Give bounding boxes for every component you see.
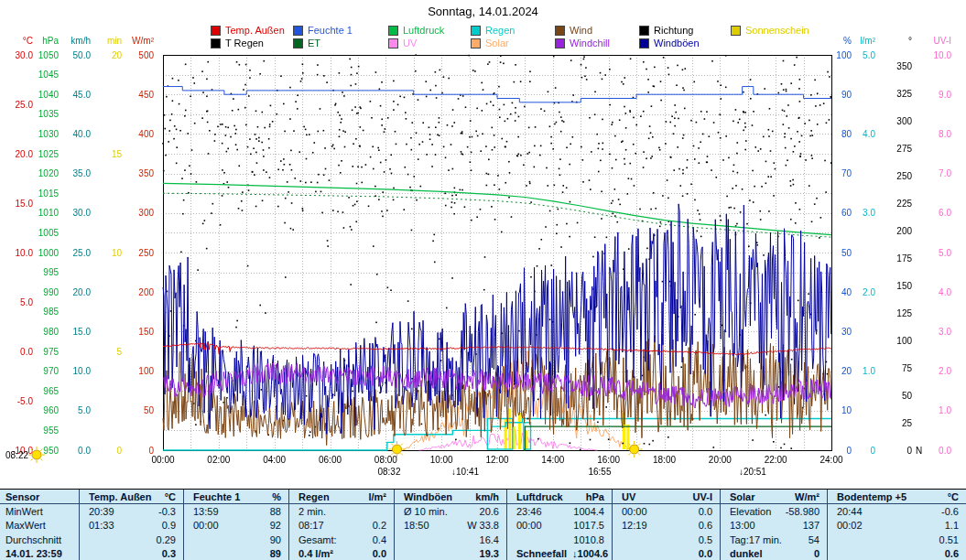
table-cell-uv: 12:190.6 [612,519,720,533]
cell-value: 0.6 [699,520,712,531]
cell-value: 1004.4 [573,506,604,517]
cell-text: Schneefall [516,548,567,559]
cell-text: Solar [730,491,755,502]
table-cell-regen: 0.4 l/m²0.0 [288,547,394,560]
table-cell-luftdruck: 1010.8 [506,533,612,547]
legend-item-luftdruck: Luftdruck [388,25,444,36]
cell-value: 92 [270,520,281,531]
cell-value: 1017.5 [573,520,604,531]
temp-au-en-swatch-icon [211,26,221,36]
cell-value: 137 [803,520,819,531]
table-cell-temp-au-en: 20:39-0.3 [79,504,183,519]
chart-legend: Temp. AußenFeuchte 1LuftdruckRegenWindRi… [0,0,966,55]
legend-item-regen: Regen [471,25,515,36]
cell-value: -0.3 [158,506,176,517]
cell-value: 1010.8 [573,534,604,545]
legend-label: Windchill [570,38,610,48]
legend-label: ET [308,38,320,48]
cell-value: 16.4 [480,534,499,545]
legend-item-solar: Solar [471,38,509,48]
luftdruck-swatch-icon [388,26,398,36]
cell-value: % [272,491,281,502]
cell-text: Durchschnitt [5,534,61,545]
regen-swatch-icon [471,26,481,36]
cell-value: 0.5 [699,534,712,545]
cell-text: 00:02 [837,520,863,531]
table-cell-solar: Tag:17 min.54 [720,533,827,547]
table-cell-feuchte-1: 13:5988 [183,504,288,519]
cell-text: 13:59 [193,506,219,517]
uv-swatch-icon [388,38,398,48]
cell-text: Regen [298,491,330,502]
table-cell-bodentemp-5: 0.6 [827,547,966,560]
table-cell-windb-en: 19.3 [394,547,506,560]
cell-text: Tag:17 min. [730,534,782,545]
legend-item-temp-au-en: Temp. Außen [211,25,285,36]
cell-text: Windböen [404,491,452,502]
cell-value: ↓1004.6 [572,548,608,559]
table-cell-luftdruck: Schneefall↓1004.6 [506,547,612,560]
cell-text: 00:00 [622,506,647,517]
weather-chart-canvas [0,0,966,489]
feuchte-1-swatch-icon [293,26,303,36]
legend-label: Feuchte 1 [308,25,353,36]
cell-text: Ø 10 min. [404,506,448,517]
cell-value: °C [165,491,176,502]
table-cell-windb-en: 18:50W 33.8 [394,519,506,533]
legend-label: Temp. Außen [225,25,285,36]
cell-text: Feuchte 1 [193,491,240,502]
table-cell-regen: Gesamt:0.4 [288,533,394,547]
table-cell-feuchte-1: 00:0092 [183,519,288,533]
table-cell-temp-au-en: 0.3 [79,547,183,560]
table-header-windb-en: Windböenkm/h [394,490,506,504]
legend-item-windb-en: Windböen [639,38,700,48]
cell-value: W/m² [795,491,819,502]
cell-value: UV-I [693,491,712,502]
cell-value: 54 [809,534,819,545]
cell-value: °C [948,491,959,502]
table-row-label: 14.01. 23:59 [0,547,79,560]
legend-item-uv: UV [388,38,417,48]
weather-day-chart-screen: Sonntag, 14.01.2024 Temp. AußenFeuchte 1… [0,0,966,560]
table-cell-temp-au-en: 01:330.9 [79,519,183,533]
cell-text: 23:46 [516,506,542,517]
table-cell-solar: Elevation-58.980 [720,504,827,519]
legend-item-wind: Wind [555,25,592,36]
cell-text: 08:17 [298,520,324,531]
cell-text: 00:00 [516,520,542,531]
cell-value: 0.6 [945,548,959,559]
table-cell-windb-en: Ø 10 min.20.6 [394,504,506,519]
table-cell-bodentemp-5: 0.51 [827,533,966,547]
stats-table: SensorTemp. Außen°CFeuchte 1%Regenl/m²Wi… [0,489,966,560]
cell-text: 20:44 [837,506,863,517]
legend-label: Richtung [654,25,693,36]
cell-value: 89 [270,548,281,559]
cell-value: 0.51 [939,534,959,545]
cell-text: 20:39 [89,506,114,517]
legend-label: Windböen [654,38,700,48]
solar-swatch-icon [471,38,481,48]
cell-text: MinWert [5,506,43,517]
wind-swatch-icon [555,26,565,36]
cell-value: 0.29 [157,534,176,545]
cell-text: Sensor [5,491,39,502]
table-cell-uv: 00:000.0 [612,504,720,519]
legend-item-sonnenschein: Sonnenschein [731,25,809,36]
cell-value: 0.3 [162,548,176,559]
table-cell-regen: 2 min. [288,504,394,519]
cell-text: 0.4 l/m² [298,548,333,559]
cell-text: dunkel [730,548,762,559]
cell-value: 20.6 [480,506,499,517]
legend-item-windchill: Windchill [555,38,610,48]
table-header-temp-au-en: Temp. Außen°C [79,490,183,504]
cell-value: 0.0 [699,548,712,559]
legend-item-richtung: Richtung [639,25,693,36]
cell-value: 0.0 [373,548,386,559]
cell-text: Bodentemp +5 [837,491,906,502]
table-cell-luftdruck: 23:461004.4 [506,504,612,519]
table-header-solar: SolarW/m² [720,490,827,504]
table-header-sensor: Sensor [0,490,79,504]
cell-text: 2 min. [298,506,326,517]
table-cell-solar: 13:00137 [720,519,827,533]
legend-label: Solar [485,38,509,48]
